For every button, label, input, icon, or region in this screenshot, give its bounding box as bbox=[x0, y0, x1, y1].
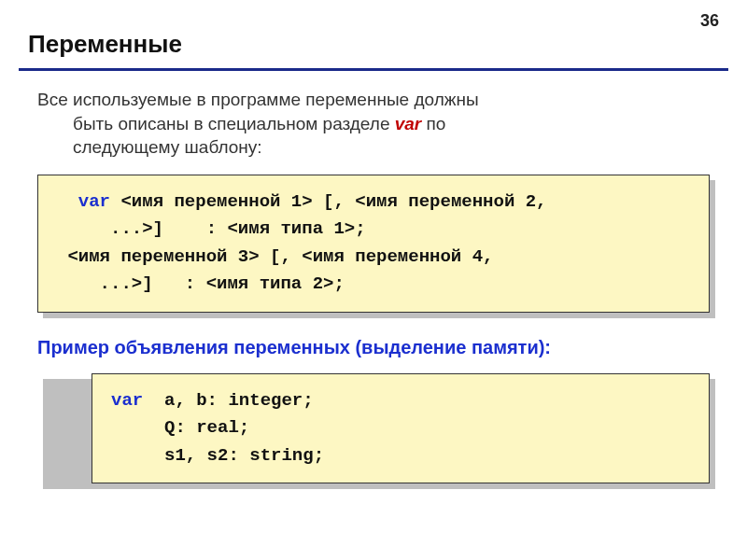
code-box-template: var <имя переменной 1> [, <имя переменно… bbox=[37, 175, 710, 313]
code1-line2: ...>] : <имя типа 1>; bbox=[57, 218, 366, 239]
slide-title: Переменные bbox=[0, 0, 747, 68]
code1-line4: ...>] : <имя типа 2>; bbox=[57, 273, 345, 294]
intro-text: Все используемые в программе переменные … bbox=[0, 88, 747, 175]
code1-l1b: <имя переменной 1> [, <имя переменной 2, bbox=[110, 191, 546, 212]
code-box-example: var a, b: integer; Q: real; s1, s2: stri… bbox=[92, 373, 710, 483]
example-subhead: Пример объявления переменных (выделение … bbox=[0, 331, 747, 373]
var-keyword: var bbox=[111, 390, 164, 411]
intro-line2a: быть описаны в специальном разделе bbox=[73, 114, 395, 133]
code2-line3: s1, s2: string; bbox=[111, 445, 324, 466]
intro-line2: быть описаны в специальном разделе var п… bbox=[37, 112, 691, 136]
code1-line1: var <имя переменной 1> [, <имя переменно… bbox=[57, 191, 547, 212]
intro-var-keyword: var bbox=[395, 114, 422, 133]
intro-line2b: по bbox=[421, 114, 445, 133]
intro-line3: следующему шаблону: bbox=[37, 135, 691, 160]
var-keyword: var bbox=[78, 191, 110, 212]
code-block-example: var a, b: integer; Q: real; s1, s2: stri… bbox=[37, 373, 710, 483]
code1-line3: <имя переменной 3> [, <имя переменной 4, bbox=[57, 246, 493, 267]
code-block-template: var <имя переменной 1> [, <имя переменно… bbox=[37, 175, 710, 313]
code2-line2: Q: real; bbox=[111, 417, 249, 438]
page-number: 36 bbox=[700, 11, 719, 31]
intro-line1: Все используемые в программе переменные … bbox=[37, 90, 479, 109]
code2-line1: var a, b: integer; bbox=[111, 390, 314, 411]
title-underline bbox=[19, 68, 728, 71]
code2-l1b: a, b: integer; bbox=[164, 390, 314, 411]
